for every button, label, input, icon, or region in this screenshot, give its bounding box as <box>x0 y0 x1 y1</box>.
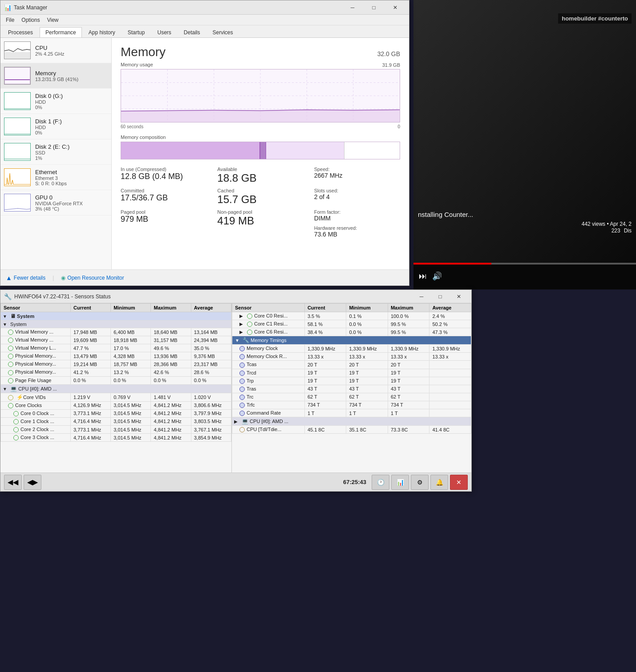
sensor-icon <box>239 387 245 392</box>
tm-menu-options[interactable]: Options <box>18 16 43 24</box>
hw-chart-button[interactable]: 📊 <box>391 475 409 490</box>
table-row: Physical Memory... 19,214 MB 18,757 MB 2… <box>1 360 231 368</box>
cached-value: 15.7 GB <box>217 193 303 206</box>
slots-value: 2 of 4 <box>314 193 400 200</box>
chart-label: Memory usage <box>121 62 153 67</box>
table-row: Page File Usage 0.0 % 0.0 % 0.0 % 0.0 % <box>1 376 231 384</box>
comp-free <box>344 142 400 159</box>
col-sensor: Sensor <box>1 304 71 312</box>
tab-app-history[interactable]: App history <box>83 27 121 37</box>
in-use-label: In use (Compressed) <box>121 167 207 172</box>
in-use-value: 12.8 GB (0.4 MB) <box>121 172 207 181</box>
sidebar-gpu-val: 3% (48 °C) <box>35 206 108 212</box>
expand-icon[interactable]: ▼ <box>3 322 8 327</box>
thumb-memory <box>4 67 31 85</box>
sensor-icon <box>239 427 245 432</box>
tm-minimize-button[interactable]: ─ <box>342 0 363 15</box>
tm-maximize-button[interactable]: □ <box>364 0 384 15</box>
expand-icon[interactable]: ▶ <box>239 314 245 318</box>
hw-close-x-button[interactable]: ✕ <box>450 475 468 490</box>
sidebar-item-memory[interactable]: Memory 13.2/31.9 GB (41%) <box>0 63 111 89</box>
hw-footer: ◀◀ ◀▶ 67:25:43 🕐 📊 ⚙ 🔔 ✕ <box>0 472 471 491</box>
fewer-details-button[interactable]: ▲ Fewer details <box>6 274 45 281</box>
sidebar-item-ethernet[interactable]: Ethernet Ethernet 3 S: 0 R: 0 Kbps <box>0 165 111 190</box>
yt-volume-button[interactable]: 🔊 <box>432 271 442 281</box>
table-row: CPU [Tdl/Tdie... 45.1 8C 35.1 8C 73.3 8C… <box>232 426 471 434</box>
hw-notify-button[interactable]: 🔔 <box>430 475 448 490</box>
table-row: ▶ 💻 CPU [#0]: AMD ... <box>232 417 471 426</box>
sidebar-disk1-sub: HDD <box>35 125 108 130</box>
sidebar-memory-sub: 13.2/31.9 GB (41%) <box>35 77 108 82</box>
thumb-disk0 <box>4 92 31 110</box>
open-resource-monitor-button[interactable]: ◉ Open Resource Monitor <box>61 275 124 281</box>
expand-icon[interactable]: ▼ <box>3 314 8 319</box>
tm-close-button[interactable]: ✕ <box>385 0 405 15</box>
paged-label: Paged pool <box>121 209 207 215</box>
sidebar-item-gpu[interactable]: GPU 0 NVIDIA GeForce RTX 3% (48 °C) <box>0 190 111 216</box>
formfactor-label: Form factor: <box>314 209 400 215</box>
sidebar-disk2-val: 1% <box>35 155 108 161</box>
table-row: Core 0 Clock ... 3,773.1 MHz 3,014.5 MHz… <box>1 409 231 417</box>
sidebar-memory-name: Memory <box>35 70 108 77</box>
sensor-icon <box>239 411 245 416</box>
hw-left-table: Sensor Current Minimum Maximum Average ▼… <box>0 303 231 442</box>
sidebar-disk1-name: Disk 1 (F:) <box>35 118 108 125</box>
speed-value: 2667 MHz <box>314 172 400 179</box>
hw-close-button[interactable]: ✕ <box>450 290 468 303</box>
expand-icon[interactable]: ▶ <box>239 322 245 326</box>
table-row: Tcas 20 T 20 T 20 T <box>232 361 471 369</box>
yt-play-button[interactable]: ⏭ <box>419 272 427 281</box>
expand-icon[interactable]: ▶ <box>239 330 245 334</box>
sidebar-disk2-sub: SSD <box>35 150 108 155</box>
tab-users[interactable]: Users <box>151 27 177 37</box>
page-title: Memory <box>121 45 166 59</box>
tm-sidebar: CPU 2% 4.25 GHz Memory 13.2/31.9 GB (41%… <box>0 38 112 269</box>
sensor-icon <box>8 362 13 367</box>
table-row: ▼ 💻 CPU [#0]: AMD ... <box>1 384 231 393</box>
yt-dis: Dis <box>624 228 632 234</box>
hw-clock-button[interactable]: 🕐 <box>372 475 389 490</box>
tab-startup[interactable]: Startup <box>122 27 151 37</box>
sidebar-eth-sub: Ethernet 3 <box>35 175 108 181</box>
sidebar-item-disk0[interactable]: Disk 0 (G:) HDD 0% <box>0 89 111 114</box>
tab-details[interactable]: Details <box>178 27 206 37</box>
tab-performance[interactable]: Performance <box>40 27 82 37</box>
hw-maximize-button[interactable]: □ <box>431 290 449 303</box>
yt-progress-bar[interactable] <box>413 263 636 265</box>
expand-icon[interactable]: ▼ <box>3 387 8 391</box>
hw-minimize-button[interactable]: ─ <box>413 290 430 303</box>
col-current: Current <box>70 304 110 312</box>
tm-menu-file[interactable]: File <box>2 16 18 24</box>
tm-main-content: Memory 32.0 GB Memory usage 31.9 GB <box>112 38 409 269</box>
sidebar-item-disk2[interactable]: Disk 2 (E: C:) SSD 1% <box>0 139 111 165</box>
tm-menu-view[interactable]: View <box>44 16 62 24</box>
nonpaged-value: 419 MB <box>217 215 303 227</box>
col-sensor-r: Sensor <box>232 304 305 312</box>
table-row: Physical Memory... 13,479 MB 4,328 MB 13… <box>1 352 231 360</box>
expand-icon[interactable]: ▶ <box>234 419 239 424</box>
yt-likes: 223 <box>612 228 620 234</box>
available-value: 18.8 GB <box>217 172 303 184</box>
sidebar-cpu-sub: 2% 4.25 GHz <box>35 51 108 57</box>
table-row: Virtual Memory ... 19,609 MB 18,918 MB 3… <box>1 336 231 344</box>
table-row: Command Rate 1 T 1 T 1 T <box>232 409 471 417</box>
tab-services[interactable]: Services <box>207 27 239 37</box>
sidebar-item-cpu[interactable]: CPU 2% 4.25 GHz <box>0 38 111 63</box>
fewer-details-label: Fewer details <box>14 275 45 281</box>
hw-settings-button[interactable]: ⚙ <box>411 475 429 490</box>
hw-nav-back-back[interactable]: ◀◀ <box>4 475 22 490</box>
sensor-icon <box>13 427 19 432</box>
hw-titlebar: 🔧 HWiNFO64 v7.22-4731 - Sensors Status ─… <box>0 290 471 303</box>
sidebar-item-disk1[interactable]: Disk 1 (F:) HDD 0% <box>0 114 111 139</box>
chart-time-start: 60 seconds <box>121 124 143 129</box>
sensor-icon <box>8 330 13 335</box>
yt-title: nstalling Counter... <box>418 211 632 218</box>
sensor-icon <box>247 330 252 335</box>
sensor-icon <box>8 370 13 375</box>
table-row: Trfc 734 T 734 T 734 T <box>232 401 471 409</box>
memory-capacity: 32.0 GB <box>377 50 400 57</box>
sidebar-disk0-sub: HDD <box>35 99 108 105</box>
tab-processes[interactable]: Processes <box>2 27 39 37</box>
expand-icon[interactable]: ▼ <box>235 338 240 343</box>
hw-nav-back-forward[interactable]: ◀▶ <box>24 475 41 490</box>
